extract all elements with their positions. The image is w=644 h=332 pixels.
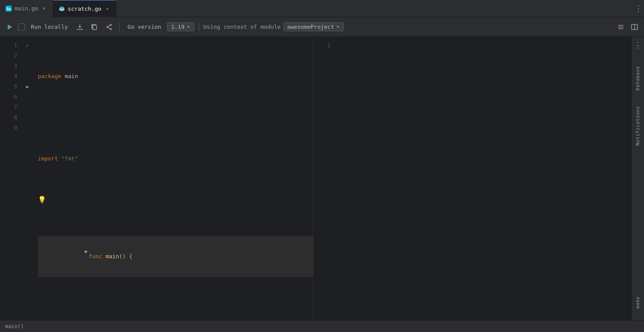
svg-line-19	[108, 27, 110, 29]
tab-bar: Go main.go × scratch.go × ⋮	[0, 0, 644, 17]
svg-line-18	[108, 25, 110, 27]
hamburger-icon	[617, 24, 624, 30]
svg-text:Go: Go	[6, 7, 11, 11]
tab-main-go[interactable]: Go main.go ×	[0, 0, 53, 17]
editor-area: 1 2 3 4 5 6 7 8 9 ✓	[0, 37, 631, 320]
code-line-3: import "fmt"	[38, 154, 313, 164]
module-name: awesomeProject	[287, 24, 334, 30]
code-line-6: fmt.Println(a...: "Hello, 世界")	[38, 308, 313, 320]
line-numbers-right: 1	[313, 37, 334, 320]
sidebar-ellipsis-icon[interactable]: ⋮	[634, 40, 642, 49]
svg-marker-13	[8, 24, 12, 30]
line-numbers-left: 1 2 3 4 5 6 7 8 9	[0, 37, 21, 320]
gopher-icon	[58, 5, 65, 12]
chevron-down-icon	[186, 25, 191, 29]
svg-point-9	[61, 9, 62, 9]
go-version-value: 1.19	[171, 24, 184, 30]
separator-2	[199, 23, 199, 31]
code-line-2	[38, 112, 313, 123]
svg-point-10	[62, 9, 63, 9]
right-sidebar: ⋮ Database Notifications make	[631, 37, 644, 320]
module-chevron-down-icon	[336, 25, 340, 29]
checkmark-icon: ✓	[26, 42, 29, 48]
svg-point-17	[107, 26, 108, 27]
sidebar-notifications-label[interactable]: Notifications	[635, 103, 641, 149]
svg-point-8	[63, 7, 63, 8]
code-editor-right[interactable]	[334, 37, 631, 320]
run-button[interactable]	[3, 21, 15, 33]
hamburger-menu-button[interactable]	[615, 21, 627, 33]
layout-toggle-button[interactable]	[629, 21, 641, 33]
tab-scratch-go-label: scratch.go	[68, 6, 101, 12]
code-line-1: package main	[38, 71, 313, 81]
copy-button[interactable]	[88, 21, 100, 33]
run-locally-button[interactable]: Run locally	[27, 22, 71, 32]
svg-point-5	[61, 7, 61, 8]
sidebar-make-label[interactable]: make	[635, 293, 641, 312]
svg-point-7	[61, 7, 61, 8]
code-editor-left[interactable]: package main import "fmt" 💡	[34, 37, 313, 320]
tab-main-go-label: main.go	[15, 5, 38, 12]
svg-point-16	[110, 28, 112, 30]
left-editor-pane: 1 2 3 4 5 6 7 8 9 ✓	[0, 37, 313, 320]
download-button[interactable]	[74, 21, 86, 33]
gutter-left: ✓ ▶	[21, 37, 34, 320]
status-bar: main()	[0, 320, 644, 332]
code-line-5: ▶ ├ func main() {	[38, 236, 313, 277]
share-button[interactable]	[103, 21, 115, 33]
go-version-selector[interactable]: 1.19	[167, 22, 194, 31]
separator-1	[119, 23, 120, 31]
code-line-4: 💡	[38, 195, 313, 205]
tab-main-go-close[interactable]: ×	[41, 5, 48, 12]
main-area: 1 2 3 4 5 6 7 8 9 ✓	[0, 37, 644, 320]
svg-point-15	[110, 24, 112, 25]
status-text: main()	[5, 323, 24, 329]
tab-scratch-go-close[interactable]: ×	[104, 5, 111, 12]
module-context-label: Using context of module	[204, 24, 281, 30]
run-gutter-button[interactable]: ▶	[26, 84, 29, 90]
tab-more-button[interactable]: ⋮	[635, 4, 644, 13]
svg-point-6	[62, 7, 63, 8]
sidebar-database-label[interactable]: Database	[635, 63, 641, 94]
toolbar-right-buttons	[615, 21, 641, 33]
split-layout-icon	[631, 24, 638, 30]
run-locally-label: Run locally	[31, 24, 68, 30]
checkbox-button[interactable]	[18, 24, 25, 30]
toolbar: Run locally Go version 1.19 Using contex…	[0, 17, 644, 37]
right-editor-pane: 1	[313, 37, 631, 320]
editor-split: 1 2 3 4 5 6 7 8 9 ✓	[0, 37, 631, 320]
go-version-label: Go version	[124, 22, 164, 32]
svg-rect-14	[93, 25, 97, 30]
module-selector[interactable]: awesomeProject	[283, 22, 344, 31]
tab-scratch-go[interactable]: scratch.go ×	[53, 0, 116, 17]
code-line-right-1	[337, 61, 631, 71]
go-file-icon: Go	[5, 5, 12, 12]
